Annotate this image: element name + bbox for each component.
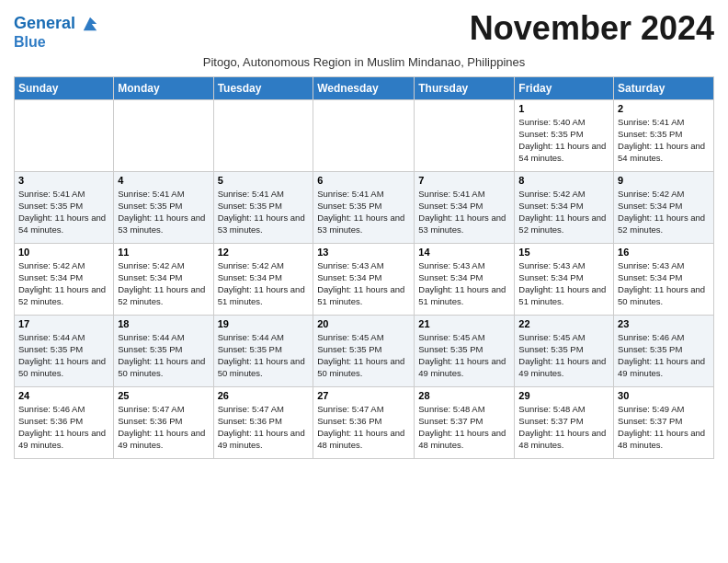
day-info: Sunrise: 5:41 AMSunset: 5:35 PMDaylight:… bbox=[618, 116, 710, 165]
day-info: Sunrise: 5:44 AMSunset: 5:35 PMDaylight:… bbox=[218, 331, 310, 380]
day-cell: 11Sunrise: 5:42 AMSunset: 5:34 PMDayligh… bbox=[114, 243, 213, 315]
day-info: Sunrise: 5:43 AMSunset: 5:34 PMDaylight:… bbox=[418, 259, 510, 308]
week-row-1: 1Sunrise: 5:40 AMSunset: 5:35 PMDaylight… bbox=[15, 99, 714, 171]
day-cell: 4Sunrise: 5:41 AMSunset: 5:35 PMDaylight… bbox=[114, 171, 213, 243]
day-number: 4 bbox=[118, 175, 209, 186]
day-info: Sunrise: 5:48 AMSunset: 5:37 PMDaylight:… bbox=[518, 403, 609, 452]
day-number: 3 bbox=[18, 175, 109, 186]
day-number: 5 bbox=[218, 175, 310, 186]
day-cell bbox=[15, 99, 114, 171]
subtitle: Pitogo, Autonomous Region in Muslim Mind… bbox=[14, 55, 714, 69]
svg-marker-0 bbox=[84, 17, 97, 30]
day-number: 12 bbox=[218, 247, 310, 258]
day-number: 15 bbox=[518, 247, 609, 258]
day-cell: 10Sunrise: 5:42 AMSunset: 5:34 PMDayligh… bbox=[15, 243, 114, 315]
week-row-4: 17Sunrise: 5:44 AMSunset: 5:35 PMDayligh… bbox=[15, 315, 714, 386]
day-cell bbox=[114, 99, 213, 171]
day-cell: 12Sunrise: 5:42 AMSunset: 5:34 PMDayligh… bbox=[213, 243, 313, 315]
day-cell bbox=[313, 99, 415, 171]
column-header-tuesday: Tuesday bbox=[213, 76, 313, 99]
month-title: November 2024 bbox=[470, 9, 714, 48]
day-info: Sunrise: 5:48 AMSunset: 5:37 PMDaylight:… bbox=[418, 403, 510, 452]
day-cell: 16Sunrise: 5:43 AMSunset: 5:34 PMDayligh… bbox=[614, 243, 714, 315]
day-cell: 13Sunrise: 5:43 AMSunset: 5:34 PMDayligh… bbox=[313, 243, 415, 315]
day-number: 10 bbox=[18, 247, 109, 258]
day-cell: 24Sunrise: 5:46 AMSunset: 5:36 PMDayligh… bbox=[15, 386, 114, 458]
day-cell: 2Sunrise: 5:41 AMSunset: 5:35 PMDaylight… bbox=[614, 99, 714, 171]
day-info: Sunrise: 5:42 AMSunset: 5:34 PMDaylight:… bbox=[18, 259, 109, 308]
column-header-saturday: Saturday bbox=[614, 76, 714, 99]
day-info: Sunrise: 5:41 AMSunset: 5:35 PMDaylight:… bbox=[218, 188, 310, 236]
day-cell: 29Sunrise: 5:48 AMSunset: 5:37 PMDayligh… bbox=[515, 386, 614, 458]
column-header-friday: Friday bbox=[515, 76, 614, 99]
day-cell: 3Sunrise: 5:41 AMSunset: 5:35 PMDaylight… bbox=[15, 171, 114, 243]
day-info: Sunrise: 5:41 AMSunset: 5:35 PMDaylight:… bbox=[317, 188, 410, 236]
day-info: Sunrise: 5:41 AMSunset: 5:35 PMDaylight:… bbox=[18, 188, 109, 236]
day-number: 27 bbox=[317, 390, 410, 401]
page-header: General Blue November 2024 bbox=[14, 9, 714, 52]
day-info: Sunrise: 5:44 AMSunset: 5:35 PMDaylight:… bbox=[118, 331, 209, 380]
day-info: Sunrise: 5:42 AMSunset: 5:34 PMDaylight:… bbox=[518, 188, 609, 236]
day-cell: 9Sunrise: 5:42 AMSunset: 5:34 PMDaylight… bbox=[614, 171, 714, 243]
column-header-sunday: Sunday bbox=[15, 76, 114, 99]
day-number: 20 bbox=[317, 318, 410, 329]
day-number: 30 bbox=[618, 390, 710, 401]
day-number: 6 bbox=[317, 175, 410, 186]
week-row-2: 3Sunrise: 5:41 AMSunset: 5:35 PMDaylight… bbox=[15, 171, 714, 243]
day-cell: 20Sunrise: 5:45 AMSunset: 5:35 PMDayligh… bbox=[313, 315, 415, 386]
day-number: 28 bbox=[418, 390, 510, 401]
day-info: Sunrise: 5:45 AMSunset: 5:35 PMDaylight:… bbox=[518, 331, 609, 380]
day-cell bbox=[213, 99, 313, 171]
week-row-3: 10Sunrise: 5:42 AMSunset: 5:34 PMDayligh… bbox=[15, 243, 714, 315]
day-info: Sunrise: 5:40 AMSunset: 5:35 PMDaylight:… bbox=[518, 116, 609, 165]
day-info: Sunrise: 5:46 AMSunset: 5:36 PMDaylight:… bbox=[18, 403, 109, 452]
calendar-table: SundayMondayTuesdayWednesdayThursdayFrid… bbox=[14, 76, 714, 459]
day-info: Sunrise: 5:42 AMSunset: 5:34 PMDaylight:… bbox=[218, 259, 310, 308]
day-number: 2 bbox=[618, 103, 710, 114]
day-info: Sunrise: 5:42 AMSunset: 5:34 PMDaylight:… bbox=[618, 188, 710, 236]
day-cell: 5Sunrise: 5:41 AMSunset: 5:35 PMDaylight… bbox=[213, 171, 313, 243]
day-info: Sunrise: 5:47 AMSunset: 5:36 PMDaylight:… bbox=[118, 403, 209, 452]
day-number: 18 bbox=[118, 318, 209, 329]
day-number: 1 bbox=[518, 103, 609, 114]
day-number: 23 bbox=[618, 318, 710, 329]
day-number: 19 bbox=[218, 318, 310, 329]
day-number: 9 bbox=[618, 175, 710, 186]
day-info: Sunrise: 5:41 AMSunset: 5:34 PMDaylight:… bbox=[418, 188, 510, 236]
day-cell: 6Sunrise: 5:41 AMSunset: 5:35 PMDaylight… bbox=[313, 171, 415, 243]
day-cell: 8Sunrise: 5:42 AMSunset: 5:34 PMDaylight… bbox=[515, 171, 614, 243]
day-cell: 18Sunrise: 5:44 AMSunset: 5:35 PMDayligh… bbox=[114, 315, 213, 386]
day-info: Sunrise: 5:45 AMSunset: 5:35 PMDaylight:… bbox=[418, 331, 510, 380]
day-cell: 17Sunrise: 5:44 AMSunset: 5:35 PMDayligh… bbox=[15, 315, 114, 386]
logo: General Blue bbox=[14, 15, 98, 52]
day-cell: 23Sunrise: 5:46 AMSunset: 5:35 PMDayligh… bbox=[614, 315, 714, 386]
day-info: Sunrise: 5:43 AMSunset: 5:34 PMDaylight:… bbox=[317, 259, 410, 308]
day-cell: 14Sunrise: 5:43 AMSunset: 5:34 PMDayligh… bbox=[415, 243, 515, 315]
day-info: Sunrise: 5:44 AMSunset: 5:35 PMDaylight:… bbox=[18, 331, 109, 380]
day-number: 7 bbox=[418, 175, 510, 186]
day-number: 16 bbox=[618, 247, 710, 258]
day-cell: 19Sunrise: 5:44 AMSunset: 5:35 PMDayligh… bbox=[213, 315, 313, 386]
day-info: Sunrise: 5:46 AMSunset: 5:35 PMDaylight:… bbox=[618, 331, 710, 380]
day-number: 24 bbox=[18, 390, 109, 401]
day-cell: 22Sunrise: 5:45 AMSunset: 5:35 PMDayligh… bbox=[515, 315, 614, 386]
day-cell: 27Sunrise: 5:47 AMSunset: 5:36 PMDayligh… bbox=[313, 386, 415, 458]
day-number: 22 bbox=[518, 318, 609, 329]
day-info: Sunrise: 5:43 AMSunset: 5:34 PMDaylight:… bbox=[518, 259, 609, 308]
day-number: 17 bbox=[18, 318, 109, 329]
day-number: 21 bbox=[418, 318, 510, 329]
day-cell: 15Sunrise: 5:43 AMSunset: 5:34 PMDayligh… bbox=[515, 243, 614, 315]
day-info: Sunrise: 5:47 AMSunset: 5:36 PMDaylight:… bbox=[317, 403, 410, 452]
day-info: Sunrise: 5:43 AMSunset: 5:34 PMDaylight:… bbox=[618, 259, 710, 308]
day-cell: 28Sunrise: 5:48 AMSunset: 5:37 PMDayligh… bbox=[415, 386, 515, 458]
day-cell: 7Sunrise: 5:41 AMSunset: 5:34 PMDaylight… bbox=[415, 171, 515, 243]
day-cell: 26Sunrise: 5:47 AMSunset: 5:36 PMDayligh… bbox=[213, 386, 313, 458]
day-number: 29 bbox=[518, 390, 609, 401]
day-info: Sunrise: 5:42 AMSunset: 5:34 PMDaylight:… bbox=[118, 259, 209, 308]
day-number: 8 bbox=[518, 175, 609, 186]
day-cell: 30Sunrise: 5:49 AMSunset: 5:37 PMDayligh… bbox=[614, 386, 714, 458]
day-info: Sunrise: 5:45 AMSunset: 5:35 PMDaylight:… bbox=[317, 331, 410, 380]
day-cell bbox=[415, 99, 515, 171]
column-header-wednesday: Wednesday bbox=[313, 76, 415, 99]
day-cell: 1Sunrise: 5:40 AMSunset: 5:35 PMDaylight… bbox=[515, 99, 614, 171]
